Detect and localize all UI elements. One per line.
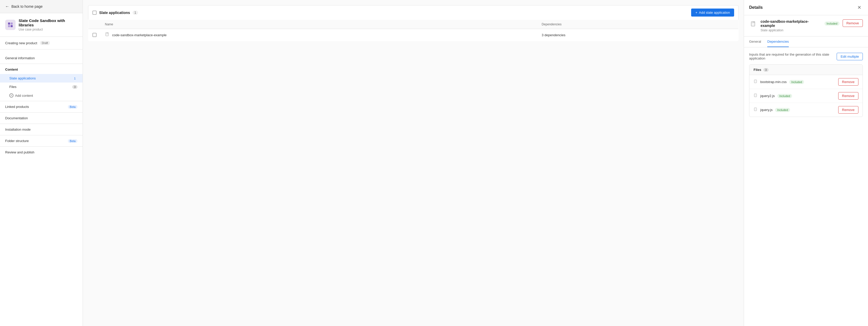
row-dependencies: 3 dependencies [537, 29, 739, 41]
nav-divider-1 [0, 64, 83, 64]
panel-header: Details ✕ [744, 0, 868, 15]
file-remove-button[interactable]: Remove [838, 78, 859, 86]
row-file-icon [105, 32, 110, 38]
app-info-row: code-sandbox-marketplace-example Include… [749, 20, 839, 32]
row-name-cell: code-sandbox-marketplace-example [101, 29, 537, 41]
file-item: jquery2.js Included Remove [749, 89, 863, 103]
panel-close-button[interactable]: ✕ [856, 4, 863, 11]
nav-general-info[interactable]: General information [0, 54, 83, 63]
svg-rect-7 [751, 22, 753, 23]
nav-installation-mode[interactable]: Installation mode [0, 125, 83, 134]
table-head: Name Dependencies [88, 20, 739, 29]
file-included-badge: Included [789, 80, 804, 84]
file-remove-button[interactable]: Remove [838, 106, 859, 113]
table-container: Slate applications 1 + Add slate applica… [83, 0, 744, 326]
draft-badge: Draft [40, 41, 50, 45]
panel-tabs: General Dependencies [744, 36, 868, 47]
table-title: Slate applications [99, 10, 130, 15]
files-section-header: Files 3 [749, 65, 863, 75]
svg-rect-10 [754, 108, 757, 111]
panel-app-header: code-sandbox-marketplace-example Include… [744, 15, 868, 36]
sidebar: ← Back to home page Slate Code Sandbox w… [0, 0, 83, 326]
file-item-left: jquery.js Included [753, 107, 790, 112]
file-doc-icon [753, 107, 758, 112]
product-title: Slate Code Sandbox with libraries [19, 19, 78, 27]
file-item: bootstrap.min.css Included Remove [749, 75, 863, 89]
creating-label: Creating new product [5, 41, 37, 45]
add-slate-app-button[interactable]: + Add slate application [691, 8, 734, 17]
svg-rect-9 [754, 94, 757, 97]
files-count: 3 [764, 68, 769, 72]
nav-divider-3 [0, 112, 83, 112]
product-info: Slate Code Sandbox with libraries Use ca… [0, 13, 83, 37]
nav-slate-apps[interactable]: Slate applications 1 [0, 74, 83, 83]
back-arrow-icon: ← [5, 4, 9, 9]
app-type: Slate application [761, 29, 839, 32]
file-item-left: jquery2.js Included [753, 93, 792, 99]
panel-body: Inputs that are required for the generat… [744, 47, 868, 326]
add-icon: + [695, 10, 698, 14]
nav-linked-products[interactable]: Linked products Beta [0, 102, 83, 111]
file-included-badge: Included [775, 108, 790, 112]
table-column-row: Name Dependencies [88, 20, 739, 29]
product-svg-icon [7, 22, 13, 28]
svg-rect-2 [8, 25, 10, 27]
app-name: code-sandbox-marketplace-example [761, 20, 823, 28]
table-select-all-checkbox[interactable] [92, 10, 97, 15]
panel-description: Inputs that are required for the generat… [749, 53, 863, 60]
svg-rect-1 [11, 23, 13, 25]
nav-review-publish[interactable]: Review and publish [0, 148, 83, 157]
app-remove-button[interactable]: Remove [843, 20, 863, 27]
back-link-label: Back to home page [11, 4, 43, 8]
folder-structure-badge: Beta [68, 139, 78, 143]
row-checkbox[interactable] [92, 33, 97, 37]
app-name-row: code-sandbox-marketplace-example Include… [761, 20, 839, 28]
files-list: bootstrap.min.css Included Remove jquery… [749, 75, 863, 117]
back-link[interactable]: ← Back to home page [0, 0, 83, 13]
nav-documentation[interactable]: Documentation [0, 113, 83, 123]
files-section: Files 3 bootstrap.min.css Included Remov… [749, 64, 863, 117]
row-checkbox-cell [88, 29, 101, 41]
nav-section: General information Content Slate applic… [0, 50, 83, 161]
file-doc-icon [753, 79, 758, 85]
col-dependencies: Dependencies [537, 20, 739, 29]
nav-divider-4 [0, 124, 83, 124]
slate-apps-badge: 1 [72, 76, 78, 80]
files-label: Files [753, 68, 761, 72]
plus-circle-icon: + [9, 93, 13, 98]
file-name: jquery2.js [760, 94, 775, 98]
details-panel: Details ✕ code-sandbox-marketplace-examp… [744, 0, 868, 326]
table-title-group: Slate applications 1 [92, 10, 138, 15]
table-body: code-sandbox-marketplace-example 3 depen… [88, 29, 739, 41]
product-details: Slate Code Sandbox with libraries Use ca… [19, 19, 78, 31]
nav-divider-6 [0, 146, 83, 147]
file-item-left: bootstrap.min.css Included [753, 79, 804, 85]
svg-rect-8 [754, 80, 757, 83]
tab-dependencies[interactable]: Dependencies [767, 36, 789, 47]
table-count: 1 [132, 10, 138, 15]
file-included-badge: Included [777, 94, 793, 98]
row-name: code-sandbox-marketplace-example [112, 33, 166, 37]
svg-rect-0 [8, 23, 10, 25]
file-remove-button[interactable]: Remove [838, 92, 859, 100]
file-item: jquery.js Included Remove [749, 103, 863, 117]
svg-rect-5 [106, 33, 107, 34]
table-header-row: Slate applications 1 + Add slate applica… [88, 5, 739, 20]
nav-folder-structure[interactable]: Folder structure Beta [0, 136, 83, 145]
linked-products-badge: Beta [68, 105, 78, 109]
files-badge: 3 [72, 85, 78, 89]
app-file-icon [749, 20, 757, 28]
panel-title: Details [749, 5, 763, 10]
file-name: jquery.js [760, 108, 772, 112]
nav-files[interactable]: Files 3 [0, 83, 83, 91]
nav-add-content[interactable]: + Add content [0, 91, 83, 100]
table-row[interactable]: code-sandbox-marketplace-example 3 depen… [88, 29, 739, 41]
edit-multiple-button[interactable]: Edit multiple [837, 53, 863, 60]
nav-content-header: Content [0, 65, 83, 74]
slate-apps-table: Name Dependencies [88, 20, 739, 41]
app-included-badge: Included [825, 22, 839, 26]
col-name: Name [101, 20, 537, 29]
product-icon [5, 20, 16, 30]
nav-divider-5 [0, 135, 83, 135]
tab-general[interactable]: General [749, 36, 761, 47]
